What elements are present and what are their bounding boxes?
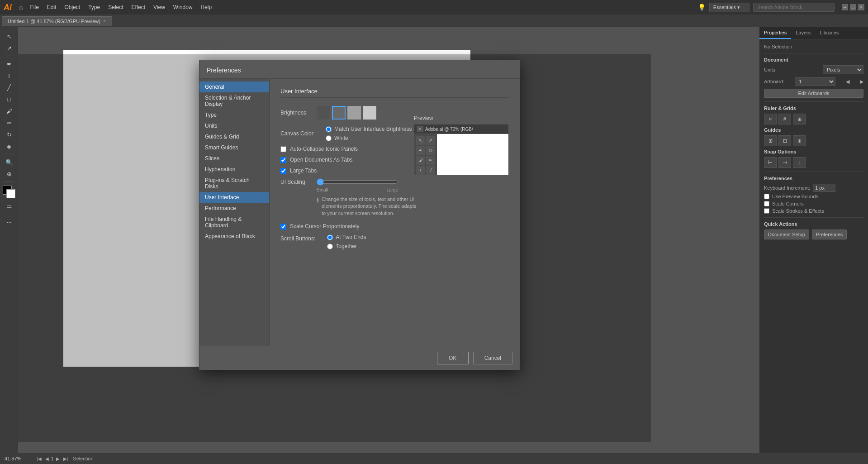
canvas-color-option-white[interactable]: White [326, 135, 412, 141]
pref-nav-file-handling[interactable]: File Handling & Clipboard [199, 214, 269, 231]
first-page-btn[interactable]: |◀ [35, 455, 43, 462]
scale-cursor-checkbox[interactable] [280, 224, 286, 230]
eyedropper-tool[interactable]: 🔍 [2, 157, 16, 167]
home-icon[interactable]: ⌂ [16, 2, 25, 13]
scroll-together-radio[interactable] [327, 244, 333, 249]
scroll-at-two-ends-option[interactable]: At Two Ends [327, 234, 366, 240]
cancel-button[interactable]: Cancel [473, 352, 512, 364]
prev-page-btn[interactable]: ◀ [44, 455, 50, 462]
search-stock-input[interactable] [753, 3, 835, 12]
snap-btn-3[interactable]: ⊥ [793, 157, 806, 168]
edit-artboards-button[interactable]: Edit Artboards [764, 89, 863, 98]
menu-object[interactable]: Object [61, 2, 84, 12]
pref-nav-smart-guides[interactable]: Smart Guides [199, 142, 269, 153]
left-toolbar: ↖ ↗ ✒ T ╱ □ 🖌 ✏ ↻ ◈ 🔍 ⊕ ▭ ··· [0, 27, 18, 453]
blend-tool[interactable]: ◈ [2, 141, 16, 152]
ui-scaling-slider[interactable] [317, 178, 398, 186]
preferences-button[interactable]: Preferences [812, 230, 847, 239]
tab-close-button[interactable]: × [103, 19, 106, 24]
canvas-color-radio-match[interactable] [326, 126, 332, 132]
scroll-two-ends-radio[interactable] [327, 234, 333, 240]
artboard-prev[interactable]: ◀ [846, 79, 849, 85]
panel-tabs: Properties Layers Libraries [759, 27, 868, 39]
pref-nav-user-interface[interactable]: User Interface [199, 192, 269, 203]
document-header: Document [764, 57, 863, 62]
separator-4 [764, 217, 863, 218]
pref-nav-guides[interactable]: Guides & Grid [199, 131, 269, 142]
change-screen-mode[interactable]: ▭ [2, 201, 16, 211]
menu-select[interactable]: Select [104, 2, 127, 12]
menu-view[interactable]: View [150, 2, 169, 12]
pref-nav-appearance[interactable]: Appearance of Black [199, 231, 269, 242]
guide-btn-3[interactable]: ⊕ [793, 135, 806, 146]
brightness-swatch-mid-light[interactable] [347, 106, 361, 120]
open-docs-tabs-checkbox[interactable] [280, 157, 286, 163]
pref-nav-plugins[interactable]: Plug-ins & Scratch Disks [199, 175, 269, 192]
pencil-tool[interactable]: ✏ [2, 117, 16, 128]
lightbulb-icon[interactable]: 💡 [698, 4, 706, 11]
zoom-tool[interactable]: ⊕ [2, 168, 16, 179]
grid2-btn[interactable]: ⊞ [793, 114, 806, 124]
pref-nav-general[interactable]: General [199, 81, 269, 92]
direct-selection-tool[interactable]: ↗ [2, 43, 16, 53]
rotate-tool[interactable]: ↻ [2, 129, 16, 140]
menu-file[interactable]: File [26, 2, 42, 12]
guide-btn-2[interactable]: ⊟ [778, 135, 791, 146]
pref-nav-hyphenation[interactable]: Hyphenation [199, 164, 269, 175]
pref-nav-units[interactable]: Units [199, 120, 269, 131]
selection-tool[interactable]: ↖ [2, 31, 16, 42]
tab-libraries[interactable]: Libraries [815, 27, 843, 39]
menu-effect[interactable]: Effect [128, 2, 149, 12]
menu-edit[interactable]: Edit [43, 2, 60, 12]
canvas-color-option-match[interactable]: Match User Interface Brightness [326, 126, 412, 132]
paintbrush-tool[interactable]: 🖌 [2, 105, 16, 116]
pref-nav-selection[interactable]: Selection & Anchor Display [199, 92, 269, 110]
pen-tool[interactable]: ✒ [2, 58, 16, 69]
brightness-swatch-dark[interactable] [317, 106, 330, 120]
artboard-select[interactable]: 1 [795, 77, 835, 86]
type-tool[interactable]: T [2, 70, 16, 81]
grid-btn[interactable]: # [778, 114, 791, 124]
restore-button[interactable]: □ [850, 4, 856, 10]
close-window-button[interactable]: × [858, 4, 864, 10]
minimize-button[interactable]: ─ [842, 4, 848, 10]
keyboard-increment-input[interactable] [813, 184, 835, 192]
scale-cursor-option[interactable]: Scale Cursor Proportionately [280, 223, 509, 230]
scale-strokes-checkbox[interactable] [764, 208, 769, 214]
pref-nav-slices[interactable]: Slices [199, 153, 269, 164]
workspace-selector[interactable]: Essentials ▾ [709, 3, 749, 12]
guide-btn-1[interactable]: ⊞ [764, 135, 777, 146]
document-setup-button[interactable]: Document Setup [764, 230, 809, 239]
auto-collapse-checkbox[interactable] [280, 146, 286, 152]
pref-main-content: User Interface Brightness: Canvas [270, 79, 520, 346]
pref-nav-type[interactable]: Type [199, 110, 269, 120]
artboard-next[interactable]: ▶ [860, 79, 863, 85]
menu-type[interactable]: Type [85, 2, 104, 12]
units-select[interactable]: Pixels [823, 65, 863, 74]
preview-close-btn[interactable]: × [417, 126, 423, 132]
menu-help[interactable]: Help [197, 2, 216, 12]
next-page-btn[interactable]: ▶ [55, 455, 61, 462]
use-preview-bounds-checkbox[interactable] [764, 194, 769, 199]
tab-layers[interactable]: Layers [791, 27, 815, 39]
brightness-swatch-light[interactable] [363, 106, 376, 120]
menu-window[interactable]: Window [170, 2, 196, 12]
pref-nav-performance[interactable]: Performance [199, 203, 269, 214]
document-tab[interactable]: Untitled-1 @ 41.87% (RGB/GPU Preview) × [2, 16, 112, 26]
ok-button[interactable]: OK [437, 352, 469, 364]
brightness-swatch-mid-dark[interactable] [332, 106, 346, 120]
line-tool[interactable]: ╱ [2, 82, 16, 93]
canvas-color-radio-white[interactable] [326, 135, 332, 141]
scale-corners-checkbox[interactable] [764, 201, 769, 206]
ruler-btn[interactable]: ⌗ [764, 114, 777, 124]
large-tabs-checkbox[interactable] [280, 168, 286, 174]
scroll-together-option[interactable]: Together [327, 243, 366, 249]
more-tools[interactable]: ··· [2, 216, 16, 227]
rectangle-tool[interactable]: □ [2, 94, 16, 105]
last-page-btn[interactable]: ▶| [62, 455, 70, 462]
snap-btn-1[interactable]: ⊢ [764, 157, 777, 168]
snap-btn-2[interactable]: ⊣ [778, 157, 791, 168]
tab-properties[interactable]: Properties [759, 27, 791, 39]
background-color[interactable] [6, 189, 15, 198]
ruler-grids-header: Ruler & Grids [764, 105, 863, 111]
